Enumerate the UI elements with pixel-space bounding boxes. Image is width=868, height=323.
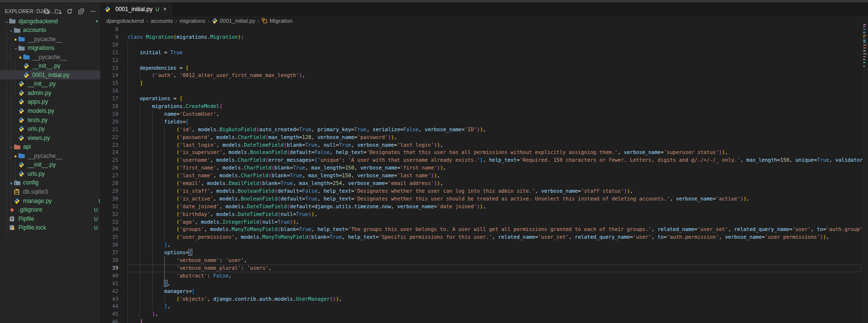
line-number[interactable]: 8 — [101, 26, 118, 33]
code-line-26[interactable]: 26('first_name', models.CharField(blank=… — [101, 164, 863, 172]
code-line-19[interactable]: 19name='CustomUser', — [101, 110, 863, 118]
code-line-12[interactable]: 12 — [101, 57, 863, 64]
line-number[interactable]: 25 — [101, 156, 118, 164]
tree-file-views-py[interactable]: views.pyU — [0, 133, 100, 142]
line-number[interactable]: 30 — [101, 195, 118, 203]
code-line-25[interactable]: 25('username', models.CharField(error_me… — [101, 156, 863, 164]
line-number[interactable]: 9 — [101, 33, 118, 41]
line-number[interactable]: 18 — [101, 103, 118, 110]
tree-file-tests-py[interactable]: tests.pyU — [0, 115, 100, 124]
code-line-41[interactable]: 41}, — [101, 280, 863, 288]
code-line-37[interactable]: 37options={ — [101, 249, 863, 257]
refresh-icon[interactable] — [66, 8, 73, 15]
code-line-10[interactable]: 10 — [101, 41, 863, 49]
line-number[interactable]: 21 — [101, 126, 118, 134]
code-line-42[interactable]: 42managers=[ — [101, 288, 863, 295]
code-area[interactable]: 89class Migration(migrations.Migration):… — [101, 23, 868, 323]
line-number[interactable]: 27 — [101, 172, 118, 180]
line-number[interactable]: 29 — [101, 187, 118, 195]
line-number[interactable]: 20 — [101, 118, 118, 126]
code-line-20[interactable]: 20fields=[ — [101, 118, 863, 126]
code-line-45[interactable]: 45), — [101, 310, 863, 318]
tree-folder-djangobackend[interactable]: ⌄djangobackend● — [0, 16, 100, 26]
code-line-13[interactable]: 13dependencies = [ — [101, 64, 863, 72]
line-number[interactable]: 32 — [101, 211, 118, 218]
line-number[interactable]: 26 — [101, 164, 118, 172]
code-line-15[interactable]: 15] — [101, 79, 863, 87]
line-number[interactable]: 36 — [101, 241, 118, 249]
line-number[interactable]: 14 — [101, 72, 118, 79]
line-number[interactable]: 17 — [101, 95, 118, 103]
code-line-23[interactable]: 23('last_login', models.DateTimeField(bl… — [101, 141, 863, 149]
collapse-all-icon[interactable] — [78, 8, 85, 15]
line-number[interactable]: 10 — [101, 41, 118, 49]
code-line-46[interactable]: 46] — [101, 318, 863, 323]
code-line-30[interactable]: 30('is_active', models.BooleanField(defa… — [101, 195, 863, 203]
line-number[interactable]: 39 — [101, 264, 118, 272]
code-line-39[interactable]: 39'verbose_name_plural': 'users', — [101, 264, 863, 272]
code-line-9[interactable]: 9class Migration(migrations.Migration): — [101, 33, 863, 41]
line-number[interactable]: 41 — [101, 280, 118, 288]
close-icon[interactable]: × — [163, 6, 167, 13]
tree-file-apps-py[interactable]: apps.pyU — [0, 97, 100, 107]
line-number[interactable]: 24 — [101, 149, 118, 156]
line-number[interactable]: 35 — [101, 233, 118, 241]
code-line-31[interactable]: 31('date_joined', models.DateTimeField(d… — [101, 203, 863, 211]
tree-file-models-py[interactable]: models.pyU — [0, 107, 100, 116]
line-number[interactable]: 33 — [101, 218, 118, 226]
line-number[interactable]: 22 — [101, 134, 118, 141]
tree-file-urls-py[interactable]: urls.pyU — [0, 124, 100, 134]
tree-file-manage-py[interactable]: manage.pyU — [0, 196, 100, 205]
code-line-8[interactable]: 8 — [101, 26, 863, 33]
code-line-32[interactable]: 32('birthday', models.DateTimeField(null… — [101, 211, 863, 218]
code-line-21[interactable]: 21('id', models.BigAutoField(auto_create… — [101, 126, 863, 134]
line-number[interactable]: 12 — [101, 57, 118, 64]
tree-folder-api[interactable]: ⌄api● — [0, 142, 100, 152]
tree-folder--pycache-[interactable]: ›__pycache__ — [0, 34, 100, 44]
code-line-11[interactable]: 11initial = True — [101, 49, 863, 57]
code-line-24[interactable]: 24('is_superuser', models.BooleanField(d… — [101, 149, 863, 156]
line-number[interactable]: 42 — [101, 288, 118, 295]
minimap[interactable] — [863, 23, 868, 323]
line-number[interactable]: 45 — [101, 310, 118, 318]
line-number[interactable]: 11 — [101, 49, 118, 57]
line-number[interactable]: 13 — [101, 64, 118, 72]
code-line-43[interactable]: 43('objects', django.contrib.auth.models… — [101, 295, 863, 303]
line-number[interactable]: 40 — [101, 272, 118, 280]
code-line-38[interactable]: 38'verbose_name': 'user', — [101, 257, 863, 264]
code-line-44[interactable]: 44], — [101, 303, 863, 310]
line-number[interactable]: 23 — [101, 141, 118, 149]
code-line-40[interactable]: 40'abstract': False, — [101, 272, 863, 280]
code-line-16[interactable]: 16 — [101, 87, 863, 95]
code-line-22[interactable]: 22('password', models.CharField(max_leng… — [101, 134, 863, 141]
tree-file-pipfile-lock[interactable]: Pipfile.lockU — [0, 223, 100, 232]
line-number[interactable]: 16 — [101, 87, 118, 95]
line-number[interactable]: 15 — [101, 79, 118, 87]
code-line-35[interactable]: 35('user_permissions', models.ManyToMany… — [101, 233, 863, 241]
line-number[interactable]: 46 — [101, 318, 118, 323]
code-line-27[interactable]: 27('last_name', models.CharField(blank=T… — [101, 172, 863, 180]
line-number[interactable]: 37 — [101, 249, 118, 257]
code-line-36[interactable]: 36], — [101, 241, 863, 249]
line-number[interactable]: 43 — [101, 295, 118, 303]
code-line-17[interactable]: 17operations = [ — [101, 95, 863, 103]
line-number[interactable]: 38 — [101, 257, 118, 264]
tree-folder-accounts[interactable]: ⌄accounts● — [0, 26, 100, 35]
line-number[interactable]: 28 — [101, 180, 118, 187]
line-number[interactable]: 34 — [101, 226, 118, 233]
tree-folder-migrations[interactable]: ⌄migrations● — [0, 44, 100, 53]
line-number[interactable]: 19 — [101, 110, 118, 118]
line-number[interactable]: 44 — [101, 303, 118, 310]
code-line-29[interactable]: 29('is_staff', models.BooleanField(defau… — [101, 187, 863, 195]
line-number[interactable]: 31 — [101, 203, 118, 211]
code-line-34[interactable]: 34('groups', models.ManyToManyField(blan… — [101, 226, 863, 233]
new-folder-icon[interactable] — [54, 8, 62, 15]
more-actions-icon[interactable] — [89, 8, 96, 15]
code-line-14[interactable]: 14('auth', '0012_alter_user_first_name_m… — [101, 72, 863, 79]
tree-file-pipfile[interactable]: PipfileU — [0, 214, 100, 223]
tree-file--gitignore[interactable]: .gitignoreU — [0, 205, 100, 215]
code-line-33[interactable]: 33('age', models.IntegerField(null=True)… — [101, 218, 863, 226]
new-file-icon[interactable] — [43, 8, 50, 15]
tab-0001-initial[interactable]: 0001_initial.py U × — [101, 2, 172, 16]
code-line-28[interactable]: 28('email', models.EmailField(blank=True… — [101, 180, 863, 187]
